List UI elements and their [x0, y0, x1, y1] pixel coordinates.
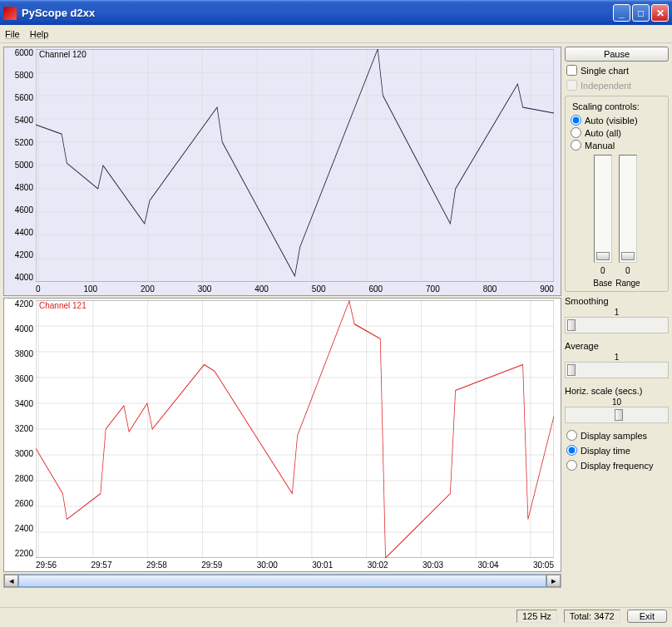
status-total: Total: 3472 — [564, 610, 620, 623]
menu-help[interactable]: Help — [30, 29, 49, 39]
close-button[interactable]: ✕ — [651, 4, 669, 22]
range-slider[interactable]: 0 Range — [615, 155, 640, 288]
single-chart-checkbox[interactable]: Single chart — [565, 64, 669, 77]
scroll-left-icon[interactable]: ◂ — [4, 575, 18, 587]
xaxis-120: 0100200300400500600700800900 — [36, 284, 554, 294]
base-slider[interactable]: 0 Base — [593, 155, 612, 288]
app-icon — [3, 7, 17, 20]
chart-channel-121: Channel 121 4200400038003600340032003000… — [3, 298, 561, 572]
radio-auto-all[interactable]: Auto (all) — [569, 126, 665, 139]
minimize-button[interactable]: _ — [613, 4, 630, 22]
radio-display-samples[interactable]: Display samples — [565, 429, 669, 442]
chart-channel-120: Channel 120 6000580056005400520050004800… — [3, 47, 561, 296]
maximize-button[interactable]: □ — [632, 4, 650, 22]
side-panel: Pause Single chart Independent Scaling c… — [565, 47, 669, 604]
smoothing-slider[interactable]: Smoothing 1 — [565, 296, 669, 333]
titlebar: PyScope d2xx _ □ ✕ — [0, 0, 672, 25]
scaling-controls-group: Scaling controls: Auto (visible) Auto (a… — [565, 96, 669, 292]
window-title: PyScope d2xx — [22, 7, 611, 19]
radio-manual[interactable]: Manual — [569, 139, 665, 151]
horiz-scale-slider[interactable]: Horiz. scale (secs.) 10 — [565, 386, 669, 423]
average-slider[interactable]: Average 1 — [565, 341, 669, 378]
radio-display-time[interactable]: Display time — [565, 444, 669, 457]
status-hz: 125 Hz — [516, 610, 557, 623]
horizontal-scrollbar[interactable]: ◂ ▸ — [3, 574, 561, 588]
xaxis-121: 29:5629:5729:5829:5930:0030:0130:0230:03… — [36, 560, 554, 570]
radio-auto-visible[interactable]: Auto (visible) — [569, 114, 665, 126]
pause-button[interactable]: Pause — [565, 47, 669, 62]
exit-button[interactable]: Exit — [627, 610, 667, 623]
yaxis-121: 4200400038003600340032003000280026002400… — [4, 299, 36, 571]
menubar: File Help — [0, 25, 672, 43]
menu-file[interactable]: File — [5, 29, 20, 39]
statusbar: 125 Hz Total: 3472 Exit — [0, 607, 672, 624]
yaxis-120: 6000580056005400520050004800460044004200… — [4, 47, 36, 295]
radio-display-frequency[interactable]: Display frequency — [565, 459, 669, 471]
independent-checkbox: Independent — [565, 79, 669, 91]
scroll-right-icon[interactable]: ▸ — [546, 575, 561, 587]
